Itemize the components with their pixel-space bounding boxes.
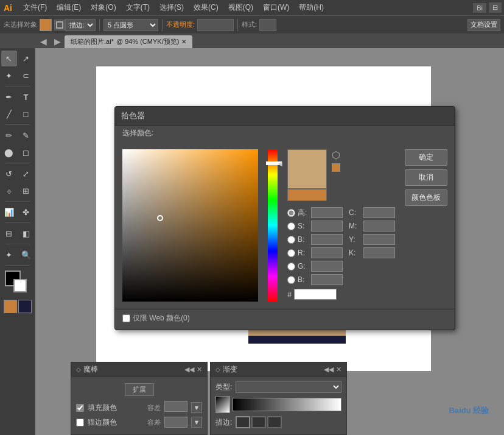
c-input[interactable]: 25% — [363, 207, 395, 218]
stroke-select[interactable]: 描边: — [65, 19, 96, 31]
k-input[interactable]: 0% — [363, 247, 395, 258]
tool-select[interactable]: ↖ — [1, 51, 17, 66]
gradient-preview-swatch[interactable] — [215, 396, 230, 413]
menu-effect[interactable]: 效果(C) — [189, 1, 223, 14]
tool-lasso[interactable]: ⊂ — [18, 68, 34, 83]
stroke-color-checkbox[interactable] — [76, 419, 84, 426]
stroke-icon — [54, 19, 65, 30]
saturation-input[interactable]: 41% — [311, 221, 343, 232]
tab-nav-left[interactable]: ◀ — [37, 35, 51, 48]
r-input[interactable]: 199 — [311, 247, 343, 258]
menu-file[interactable]: 文件(F) — [18, 1, 52, 14]
fill-indicator[interactable] — [4, 300, 17, 313]
fill-color-swatch[interactable] — [40, 19, 52, 31]
tool-direct-select[interactable]: ↗ — [18, 51, 34, 66]
doc-settings-btn[interactable]: 文档设置 — [467, 19, 500, 31]
swatch-button[interactable]: 颜色色板 — [405, 189, 447, 206]
m-input[interactable]: 36% — [363, 221, 395, 232]
ok-button[interactable]: 确定 — [405, 149, 447, 166]
menu-view[interactable]: 视图(Q) — [223, 1, 258, 14]
tool-pencil[interactable]: ✎ — [18, 127, 34, 143]
tool-eraser[interactable]: ◻ — [18, 144, 34, 160]
gradient-panel-controls: ◀◀ ✕ — [324, 366, 341, 373]
saturation-radio[interactable] — [287, 222, 295, 230]
background-swatch[interactable] — [13, 279, 27, 292]
tool-rect[interactable]: □ — [18, 106, 34, 122]
arrange-button[interactable]: ⊟ — [489, 2, 502, 13]
canvas-area[interactable]: ➜ Baidu 经验 jingyan.baidu.com ◇ 魔棒 — [35, 48, 504, 435]
brightness-radio[interactable] — [287, 236, 295, 244]
fill-tolerance-input[interactable]: 20 — [164, 401, 187, 412]
stroke-tolerance-input[interactable]: 20 — [164, 417, 187, 428]
tool-magic-wand[interactable]: ✦ — [1, 68, 17, 83]
color-gradient-square[interactable] — [122, 149, 258, 302]
web-color-checkbox[interactable] — [122, 314, 130, 322]
hex-row: # CTA675 — [287, 289, 395, 300]
tab-close-btn[interactable]: ✕ — [181, 38, 186, 45]
gradient-panel-icon: ◇ — [215, 366, 220, 373]
menu-object[interactable]: 对象(O) — [86, 1, 121, 14]
warning-color-swatch[interactable] — [332, 163, 340, 172]
fill-color-label: 填充颜色 — [88, 403, 144, 413]
tool-rotate[interactable]: ↺ — [1, 166, 17, 182]
r-label: R: — [298, 249, 309, 257]
y-input[interactable]: 56% — [363, 234, 395, 245]
tool-zoom[interactable]: 🔍 — [18, 247, 34, 263]
hue-radio[interactable] — [287, 209, 295, 217]
hue-slider[interactable]: ◀ — [268, 149, 278, 302]
b-input[interactable]: 117 — [311, 274, 343, 285]
menu-help[interactable]: 帮助(H) — [294, 1, 329, 14]
tool-free-transform[interactable]: ⊞ — [18, 183, 34, 199]
active-tab[interactable]: 纸箱的图片.ai* @ 94% (CMYK/预览) ✕ — [65, 35, 192, 48]
stroke-opt-2[interactable] — [251, 416, 266, 428]
gradient-type-label: 类型: — [215, 382, 232, 392]
tool-line[interactable]: ╱ — [1, 106, 17, 122]
menu-select[interactable]: 选择(S) — [155, 1, 189, 14]
style-swatch[interactable] — [259, 19, 276, 31]
cancel-button[interactable]: 取消 — [405, 169, 447, 186]
tool-scale[interactable]: ⤢ — [18, 166, 34, 182]
g-input[interactable]: 166 — [311, 261, 343, 272]
gradient-panel-collapse[interactable]: ◀◀ — [324, 366, 334, 373]
menu-window[interactable]: 窗口(W) — [258, 1, 294, 14]
tool-graph[interactable]: 📊 — [1, 204, 17, 220]
fill-tolerance-arrow[interactable]: ▼ — [191, 402, 202, 413]
b-radio[interactable] — [287, 276, 295, 284]
tool-paintbrush[interactable]: ✏ — [1, 127, 17, 143]
magic-panel-close[interactable]: ✕ — [197, 366, 202, 373]
fill-color-checkbox[interactable] — [76, 404, 84, 412]
stroke-opt-1[interactable] — [236, 416, 250, 428]
g-radio[interactable] — [287, 263, 295, 271]
brush-select[interactable]: 5 点圆形 — [103, 19, 158, 31]
gradient-preview-bar[interactable] — [233, 398, 341, 411]
hue-arrow: ◀ — [278, 160, 282, 167]
hex-input[interactable]: CTA675 — [294, 289, 337, 300]
tool-warp[interactable]: ⟐ — [1, 183, 17, 199]
hash-label: # — [287, 290, 292, 299]
bottom-panels: ◇ 魔棒 ◀◀ ✕ 扩展 填充颜色 容差 — [71, 362, 347, 435]
stroke-opt-3[interactable] — [267, 416, 282, 428]
k-label: K: — [349, 249, 361, 257]
color-picker-dialog: 拾色器 选择颜色: ◀ — [114, 106, 455, 330]
color-preview-area: ⬡ — [287, 149, 395, 201]
r-radio[interactable] — [287, 249, 295, 257]
stroke-tolerance-arrow[interactable]: ▼ — [191, 417, 202, 428]
tab-nav-right[interactable]: ▶ — [51, 35, 65, 48]
gradient-type-select[interactable] — [236, 381, 341, 393]
tool-symbol[interactable]: ✤ — [18, 204, 34, 220]
tool-slice[interactable]: ⊟ — [1, 225, 17, 241]
brightness-input[interactable]: 78% — [311, 234, 343, 245]
tool-pen[interactable]: ✒ — [1, 89, 17, 105]
tool-type[interactable]: T — [18, 89, 34, 105]
stroke-indicator[interactable] — [18, 300, 32, 313]
gradient-panel-close[interactable]: ✕ — [336, 366, 341, 373]
opacity-input[interactable]: 100% — [197, 19, 234, 31]
tool-gradient[interactable]: ◧ — [18, 225, 34, 241]
hue-input[interactable]: 35° — [311, 207, 343, 218]
expand-button[interactable]: 扩展 — [125, 383, 154, 396]
tool-blob[interactable]: ⬤ — [1, 144, 17, 160]
tool-eyedropper[interactable]: ✦ — [1, 247, 17, 263]
magic-panel-collapse[interactable]: ◀◀ — [184, 366, 194, 373]
menu-text[interactable]: 文字(T) — [121, 1, 155, 14]
menu-edit[interactable]: 编辑(E) — [52, 1, 86, 14]
